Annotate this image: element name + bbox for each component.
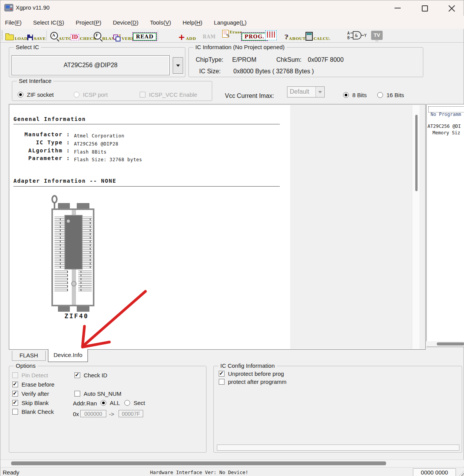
auto-sn-checkbox[interactable]: Auto SN_NUM [74, 390, 129, 397]
addr-from-input[interactable] [80, 410, 106, 417]
minimize-button[interactable] [386, 0, 410, 16]
config-scrollbar[interactable] [217, 445, 459, 451]
svg-text:&: & [355, 33, 358, 38]
erase-before-checkbox[interactable]: Erase before [12, 381, 54, 388]
load-button[interactable]: LOAD [5, 30, 28, 41]
calculator-button[interactable]: CALCU. [305, 30, 330, 41]
8-bits-radio[interactable]: 8 Bits [343, 92, 367, 98]
pin-detect-checkbox[interactable]: Pin Detect [12, 372, 48, 378]
socket-label: ZIF40 [64, 312, 89, 320]
vertical-scrollbar-thumb[interactable] [415, 115, 418, 191]
chip-id-icon: ID [71, 34, 79, 40]
addr-sect-radio[interactable]: Sect [124, 400, 145, 406]
and-gate-icon: A B & Y [347, 30, 368, 41]
tab-flash[interactable]: FLASH [12, 351, 46, 361]
read-button[interactable]: READ [133, 30, 157, 41]
adapter-info-title: Adapter Information -- NONE [13, 178, 116, 184]
icsp-vcc-checkbox[interactable]: ICSP_VCC Enable [140, 91, 197, 98]
menu-bar: File(F) Select IC(S) Project(P) Device(D… [0, 16, 464, 29]
tab-device-info[interactable]: Device.Info [48, 349, 88, 362]
menu-tools[interactable]: Tools(V) [150, 19, 171, 26]
selected-ic-display[interactable]: AT29C256 @DIP28 [12, 55, 170, 75]
checkbox-icon [12, 409, 18, 415]
set-interface-group: Set Interface ZIF socket ICSP port ICSP_… [12, 81, 212, 101]
ic-size-label: IC Size: [199, 68, 221, 75]
horizontal-scrollbar[interactable] [0, 459, 464, 467]
horizontal-scrollbar-thumb[interactable] [11, 461, 386, 465]
select-ic-dropdown-button[interactable] [173, 57, 183, 74]
right-horizontal-scrollbar[interactable] [426, 341, 464, 347]
info-row: IC Type : AT29C256 @DIP28 [13, 139, 119, 147]
plus-icon: + [178, 34, 185, 41]
select-ic-group: Select IC AT29C256 @DIP28 [9, 47, 185, 77]
about-button[interactable]: ? ABOUT [284, 30, 305, 41]
vertical-scrollbar[interactable] [412, 105, 419, 349]
menu-project[interactable]: Project(P) [76, 19, 101, 26]
ic-size-value: 0x8000 Bytes ( 32768 Bytes ) [233, 68, 314, 75]
menu-file[interactable]: File(F) [5, 19, 21, 26]
maximize-button[interactable] [413, 0, 436, 16]
ram-button[interactable]: RAM [203, 30, 216, 41]
check-id-checkbox[interactable]: Check ID [74, 372, 107, 378]
vcc-imax-label: Vcc Current Imax: [225, 93, 274, 99]
resize-grip[interactable] [459, 471, 464, 476]
protect-checkbox[interactable]: protect after programm [219, 378, 296, 385]
tv-mode-button[interactable]: TV [371, 30, 383, 41]
menu-select-ic[interactable]: Select IC(S) [33, 19, 64, 26]
menu-device[interactable]: Device(D) [113, 19, 139, 26]
info-value: AT29C256 @DIP28 [74, 141, 119, 147]
verify-after-checkbox[interactable]: Verify after [12, 390, 49, 397]
16-bits-radio[interactable]: 16 Bits [377, 92, 404, 98]
chksum-value: 0x007F 8000 [308, 56, 343, 63]
checkbox-icon [12, 382, 18, 387]
read-framed-label: READ [133, 33, 157, 41]
erase-button[interactable]: Erase [222, 30, 242, 41]
menu-language[interactable]: Language(L) [214, 19, 246, 26]
test-chip-button[interactable] [265, 30, 277, 41]
radio-icon [74, 92, 79, 98]
save-button[interactable]: SAVE [27, 30, 46, 41]
info-row: Manufactor : Atmel Corporation [13, 131, 124, 139]
ic-config-group: IC Config Information Unprotect before p… [213, 366, 462, 453]
divider [13, 124, 280, 124]
no-programmer-text: No Programm [431, 112, 461, 117]
hex-prefix-label: 0x [73, 411, 79, 417]
checkbox-icon [140, 92, 145, 98]
right-scrollbar-thumb[interactable] [437, 342, 464, 345]
close-icon [448, 5, 455, 12]
tv-icon: TV [371, 31, 383, 40]
info-label: IC Type : [13, 139, 70, 145]
close-button[interactable] [440, 0, 464, 16]
overlap-squares-icon: y [113, 34, 121, 41]
chksum-label: ChkSum: [276, 56, 302, 63]
svg-text:A: A [347, 31, 350, 35]
info-label: Manufactor : [13, 131, 70, 137]
radio-icon [101, 400, 106, 406]
status-ready-text: Ready [3, 469, 19, 476]
radio-icon [124, 400, 130, 406]
prog-button[interactable]: PROG. [241, 30, 268, 41]
menu-help[interactable]: Help(H) [183, 19, 203, 26]
status-bar: Ready Hardware Interface Ver: No Device!… [0, 467, 464, 476]
zif-socket-radio[interactable]: ZIF socket [18, 91, 54, 98]
vcc-imax-select[interactable]: Default [287, 86, 325, 98]
icsp-port-radio[interactable]: ICSP port [74, 91, 108, 98]
chip-pins-icon [265, 30, 277, 40]
blank-check-checkbox[interactable]: Blank Check [12, 408, 54, 415]
check-id-button[interactable]: ID CHECK [71, 30, 97, 41]
checkbox-icon [74, 372, 80, 378]
addr-to-input[interactable] [119, 410, 143, 417]
addr-range-label: Addr.Ran [73, 400, 97, 407]
options-group-label: Options [14, 362, 38, 369]
auto-button[interactable]: A AUTO [50, 30, 72, 41]
add-button[interactable]: + ADD [178, 30, 196, 41]
options-group: Options Pin Detect Check ID Erase before… [9, 366, 206, 453]
calculator-icon [305, 32, 313, 41]
window-title: Xgpro v11.90 [16, 4, 50, 11]
logic-gate-button[interactable]: A B & Y [347, 30, 368, 41]
info-row: ALgorithm : Flash 8Bits [13, 147, 107, 155]
unprotect-checkbox[interactable]: Unprotect before prog [219, 370, 284, 377]
skip-blank-checkbox[interactable]: Skip Blank [12, 400, 49, 406]
addr-all-radio[interactable]: ALL [101, 400, 120, 406]
info-label: Parameter : [13, 155, 70, 161]
